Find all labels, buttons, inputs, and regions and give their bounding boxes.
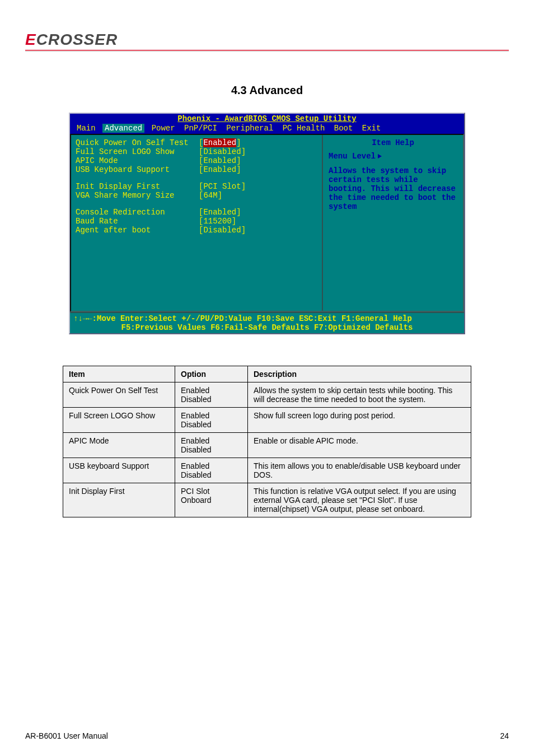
th-item: Item bbox=[63, 366, 175, 382]
opt-usbkb[interactable]: USB Keyboard Support [Enabled] bbox=[76, 165, 317, 174]
bios-foot-line2: F5:Previous Values F6:Fail-Safe Defaults… bbox=[73, 323, 461, 332]
bios-menu-bar: Main Advanced Power PnP/PCI Peripheral P… bbox=[70, 124, 464, 134]
menu-pchealth[interactable]: PC Health bbox=[280, 124, 327, 133]
logo: ECROSSER bbox=[25, 31, 509, 52]
th-option: Option bbox=[175, 366, 248, 382]
bios-foot-line1: ↑↓→←:Move Enter:Select +/-/PU/PD:Value F… bbox=[73, 314, 461, 323]
menu-level-label: Menu Level bbox=[329, 152, 376, 161]
logo-underline bbox=[25, 50, 509, 52]
table-row: APIC Mode EnabledDisabled Enable or disa… bbox=[63, 433, 471, 458]
opt-apic[interactable]: APIC Mode [Enabled] bbox=[76, 156, 317, 165]
table-row: Quick Power On Self Test EnabledDisabled… bbox=[63, 382, 471, 408]
menu-peripheral[interactable]: Peripheral bbox=[224, 124, 275, 133]
table-row: USB keyboard Support EnabledDisabled Thi… bbox=[63, 458, 471, 483]
page-footer: AR-B6001 User Manual 24 bbox=[25, 731, 509, 740]
opt-agent-after-boot[interactable]: Agent after boot [Disabled] bbox=[76, 226, 317, 235]
bios-screenshot: Phoenix - AwardBIOS CMOS Setup Utility M… bbox=[69, 113, 465, 334]
right-arrow-icon bbox=[378, 154, 382, 158]
menu-pnppci[interactable]: PnP/PCI bbox=[182, 124, 219, 133]
menu-main[interactable]: Main bbox=[74, 124, 98, 133]
logo-letter-a: E bbox=[25, 31, 36, 48]
opt-full-logo[interactable]: Full Screen LOGO Show [Disabled] bbox=[76, 147, 317, 156]
bios-options-pane: Quick Power On Self Test [Enabled] Full … bbox=[71, 135, 323, 311]
footer-doc-title: AR-B6001 User Manual bbox=[25, 731, 108, 740]
menu-exit[interactable]: Exit bbox=[360, 124, 383, 133]
section-heading: 4.3 Advanced bbox=[25, 84, 509, 97]
menu-boot[interactable]: Boot bbox=[332, 124, 355, 133]
opt-quick-post[interactable]: Quick Power On Self Test [Enabled] bbox=[76, 138, 317, 147]
table-row: Full Screen LOGO Show EnabledDisabled Sh… bbox=[63, 408, 471, 433]
bios-footer-hints: ↑↓→←:Move Enter:Select +/-/PU/PD:Value F… bbox=[70, 312, 464, 333]
table-row: Init Display First PCI SlotOnboard This … bbox=[63, 483, 471, 517]
help-text: Allows the system to skip certain tests … bbox=[329, 166, 457, 211]
footer-page-number: 24 bbox=[500, 731, 509, 740]
logo-rest: CROSSER bbox=[36, 31, 118, 48]
help-title: Item Help bbox=[329, 138, 457, 147]
menu-advanced[interactable]: Advanced bbox=[102, 124, 144, 133]
bios-help-pane: Item Help Menu Level Allows the system t… bbox=[323, 135, 463, 311]
opt-console-redir[interactable]: Console Redirection [Enabled] bbox=[76, 208, 317, 217]
opt-baud[interactable]: Baud Rate [115200] bbox=[76, 217, 317, 226]
bios-title: Phoenix - AwardBIOS CMOS Setup Utility bbox=[70, 114, 464, 124]
options-table: Item Option Description Quick Power On S… bbox=[63, 366, 471, 517]
td-option: EnabledDisabled bbox=[175, 382, 248, 408]
opt-init-display[interactable]: Init Display First [PCI Slot] bbox=[76, 182, 317, 191]
th-desc: Description bbox=[248, 366, 471, 382]
menu-power[interactable]: Power bbox=[149, 124, 177, 133]
opt-vga-mem[interactable]: VGA Share Memory Size [64M] bbox=[76, 191, 317, 200]
